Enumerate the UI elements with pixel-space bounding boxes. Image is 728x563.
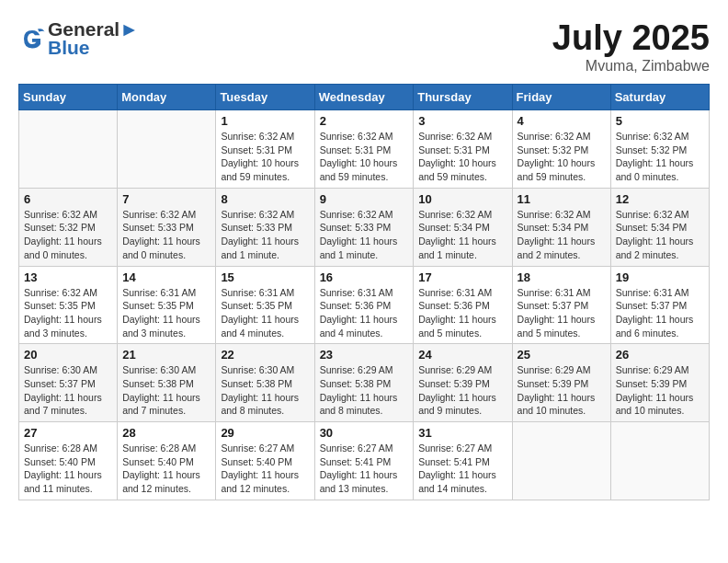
calendar-cell: 28Sunrise: 6:28 AM Sunset: 5:40 PM Dayli…: [118, 422, 216, 500]
day-number: 1: [221, 114, 309, 128]
weekday-header-saturday: Saturday: [610, 85, 709, 110]
day-info: Sunrise: 6:31 AM Sunset: 5:35 PM Dayligh…: [122, 286, 210, 340]
weekday-header-friday: Friday: [512, 85, 610, 110]
day-info: Sunrise: 6:32 AM Sunset: 5:31 PM Dayligh…: [320, 130, 409, 184]
calendar-cell: 10Sunrise: 6:32 AM Sunset: 5:34 PM Dayli…: [414, 188, 512, 266]
calendar-cell: 21Sunrise: 6:30 AM Sunset: 5:38 PM Dayli…: [118, 344, 216, 422]
calendar-cell: 9Sunrise: 6:32 AM Sunset: 5:33 PM Daylig…: [314, 188, 414, 266]
calendar-cell: 4Sunrise: 6:32 AM Sunset: 5:32 PM Daylig…: [512, 110, 610, 189]
day-info: Sunrise: 6:30 AM Sunset: 5:37 PM Dayligh…: [24, 363, 112, 418]
title-block: July 2025 Mvuma, Zimbabwe: [552, 18, 710, 75]
day-info: Sunrise: 6:32 AM Sunset: 5:31 PM Dayligh…: [221, 130, 309, 184]
calendar-cell: 23Sunrise: 6:29 AM Sunset: 5:38 PM Dayli…: [314, 344, 414, 422]
day-number: 21: [122, 348, 210, 362]
logo-icon: [18, 25, 46, 52]
calendar-week-row: 13Sunrise: 6:32 AM Sunset: 5:35 PM Dayli…: [19, 266, 710, 344]
calendar-cell: 31Sunrise: 6:27 AM Sunset: 5:41 PM Dayli…: [414, 422, 512, 500]
day-info: Sunrise: 6:29 AM Sunset: 5:38 PM Dayligh…: [320, 363, 409, 418]
calendar-cell: 24Sunrise: 6:29 AM Sunset: 5:39 PM Dayli…: [414, 344, 512, 422]
calendar-cell: 6Sunrise: 6:32 AM Sunset: 5:32 PM Daylig…: [19, 188, 118, 266]
calendar-cell: [512, 422, 610, 500]
calendar-cell: 19Sunrise: 6:31 AM Sunset: 5:37 PM Dayli…: [610, 266, 709, 344]
day-number: 17: [418, 270, 506, 284]
day-info: Sunrise: 6:32 AM Sunset: 5:34 PM Dayligh…: [418, 208, 506, 262]
day-number: 26: [616, 348, 704, 362]
day-info: Sunrise: 6:30 AM Sunset: 5:38 PM Dayligh…: [122, 363, 210, 418]
calendar-cell: [19, 110, 118, 189]
day-number: 3: [418, 114, 506, 128]
calendar-body: 1Sunrise: 6:32 AM Sunset: 5:31 PM Daylig…: [19, 110, 710, 500]
day-number: 11: [518, 192, 606, 206]
calendar-cell: [118, 110, 216, 189]
day-info: Sunrise: 6:31 AM Sunset: 5:37 PM Dayligh…: [616, 286, 704, 340]
day-number: 9: [320, 192, 409, 206]
day-info: Sunrise: 6:32 AM Sunset: 5:31 PM Dayligh…: [418, 130, 506, 184]
day-info: Sunrise: 6:31 AM Sunset: 5:37 PM Dayligh…: [518, 286, 606, 340]
location: Mvuma, Zimbabwe: [552, 58, 710, 75]
day-info: Sunrise: 6:32 AM Sunset: 5:33 PM Dayligh…: [221, 208, 309, 262]
calendar-cell: [610, 422, 709, 500]
calendar-week-row: 27Sunrise: 6:28 AM Sunset: 5:40 PM Dayli…: [19, 422, 710, 500]
calendar-cell: 1Sunrise: 6:32 AM Sunset: 5:31 PM Daylig…: [216, 110, 314, 189]
day-number: 5: [616, 114, 704, 128]
day-number: 22: [221, 348, 309, 362]
day-info: Sunrise: 6:32 AM Sunset: 5:33 PM Dayligh…: [122, 208, 210, 262]
calendar-cell: 18Sunrise: 6:31 AM Sunset: 5:37 PM Dayli…: [512, 266, 610, 344]
day-info: Sunrise: 6:28 AM Sunset: 5:40 PM Dayligh…: [122, 442, 210, 496]
day-info: Sunrise: 6:27 AM Sunset: 5:41 PM Dayligh…: [418, 442, 506, 496]
weekday-header-thursday: Thursday: [414, 85, 512, 110]
day-info: Sunrise: 6:29 AM Sunset: 5:39 PM Dayligh…: [616, 363, 704, 418]
calendar-cell: 11Sunrise: 6:32 AM Sunset: 5:34 PM Dayli…: [512, 188, 610, 266]
day-number: 10: [418, 192, 506, 206]
day-number: 14: [122, 270, 210, 284]
day-number: 12: [616, 192, 704, 206]
day-number: 2: [320, 114, 409, 128]
day-number: 18: [518, 270, 606, 284]
calendar-week-row: 6Sunrise: 6:32 AM Sunset: 5:32 PM Daylig…: [19, 188, 710, 266]
calendar-cell: 3Sunrise: 6:32 AM Sunset: 5:31 PM Daylig…: [414, 110, 512, 189]
day-number: 7: [122, 192, 210, 206]
day-info: Sunrise: 6:32 AM Sunset: 5:34 PM Dayligh…: [616, 208, 704, 262]
calendar-cell: 5Sunrise: 6:32 AM Sunset: 5:32 PM Daylig…: [610, 110, 709, 189]
day-info: Sunrise: 6:31 AM Sunset: 5:36 PM Dayligh…: [320, 286, 409, 340]
day-number: 8: [221, 192, 309, 206]
calendar-cell: 17Sunrise: 6:31 AM Sunset: 5:36 PM Dayli…: [414, 266, 512, 344]
day-number: 13: [24, 270, 112, 284]
page-header: General► Blue July 2025 Mvuma, Zimbabwe: [18, 18, 710, 75]
day-number: 15: [221, 270, 309, 284]
calendar-cell: 7Sunrise: 6:32 AM Sunset: 5:33 PM Daylig…: [118, 188, 216, 266]
day-number: 29: [221, 426, 309, 440]
calendar-cell: 15Sunrise: 6:31 AM Sunset: 5:35 PM Dayli…: [216, 266, 314, 344]
day-info: Sunrise: 6:32 AM Sunset: 5:33 PM Dayligh…: [320, 208, 409, 262]
logo: General► Blue: [18, 18, 139, 59]
calendar-week-row: 1Sunrise: 6:32 AM Sunset: 5:31 PM Daylig…: [19, 110, 710, 189]
day-info: Sunrise: 6:32 AM Sunset: 5:32 PM Dayligh…: [518, 130, 606, 184]
month-title: July 2025: [552, 18, 710, 58]
day-number: 20: [24, 348, 112, 362]
day-number: 6: [24, 192, 112, 206]
day-number: 19: [616, 270, 704, 284]
day-info: Sunrise: 6:32 AM Sunset: 5:35 PM Dayligh…: [24, 286, 112, 340]
day-info: Sunrise: 6:28 AM Sunset: 5:40 PM Dayligh…: [24, 442, 112, 496]
calendar-cell: 30Sunrise: 6:27 AM Sunset: 5:41 PM Dayli…: [314, 422, 414, 500]
calendar-cell: 14Sunrise: 6:31 AM Sunset: 5:35 PM Dayli…: [118, 266, 216, 344]
calendar-table: SundayMondayTuesdayWednesdayThursdayFrid…: [18, 84, 710, 500]
day-number: 28: [122, 426, 210, 440]
day-number: 27: [24, 426, 112, 440]
calendar-cell: 26Sunrise: 6:29 AM Sunset: 5:39 PM Dayli…: [610, 344, 709, 422]
day-info: Sunrise: 6:32 AM Sunset: 5:32 PM Dayligh…: [616, 130, 704, 184]
calendar-cell: 25Sunrise: 6:29 AM Sunset: 5:39 PM Dayli…: [512, 344, 610, 422]
day-number: 16: [320, 270, 409, 284]
calendar-cell: 27Sunrise: 6:28 AM Sunset: 5:40 PM Dayli…: [19, 422, 118, 500]
day-info: Sunrise: 6:30 AM Sunset: 5:38 PM Dayligh…: [221, 363, 309, 418]
calendar-cell: 8Sunrise: 6:32 AM Sunset: 5:33 PM Daylig…: [216, 188, 314, 266]
logo-text: General► Blue: [48, 18, 139, 59]
day-info: Sunrise: 6:29 AM Sunset: 5:39 PM Dayligh…: [518, 363, 606, 418]
day-info: Sunrise: 6:31 AM Sunset: 5:36 PM Dayligh…: [418, 286, 506, 340]
calendar-cell: 29Sunrise: 6:27 AM Sunset: 5:40 PM Dayli…: [216, 422, 314, 500]
day-info: Sunrise: 6:31 AM Sunset: 5:35 PM Dayligh…: [221, 286, 309, 340]
day-number: 23: [320, 348, 409, 362]
day-number: 4: [518, 114, 606, 128]
calendar-cell: 12Sunrise: 6:32 AM Sunset: 5:34 PM Dayli…: [610, 188, 709, 266]
calendar-cell: 2Sunrise: 6:32 AM Sunset: 5:31 PM Daylig…: [314, 110, 414, 189]
